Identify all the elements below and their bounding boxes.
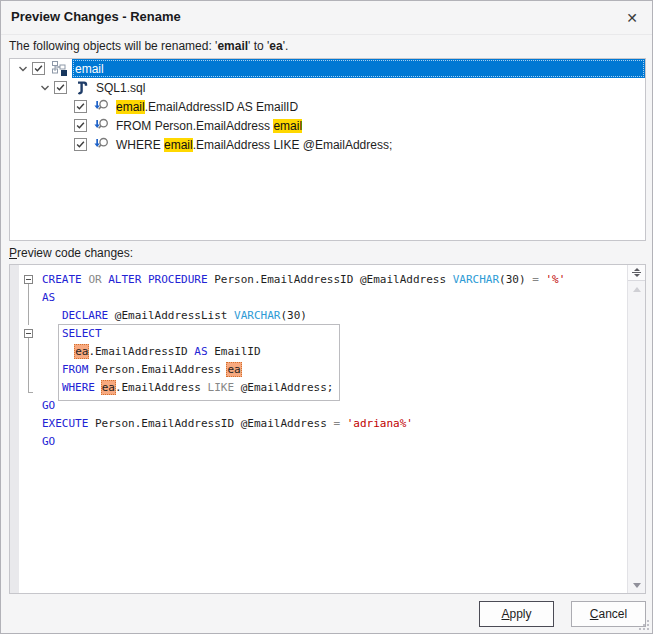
find-reference-icon [93, 136, 110, 153]
chevron-down-icon[interactable] [14, 59, 32, 78]
preview-changes-dialog: Preview Changes - Rename ✕ The following… [0, 0, 653, 634]
vertical-scrollbar[interactable] [627, 265, 645, 593]
sql-script-icon [73, 79, 90, 96]
code-line: GO [10, 433, 627, 451]
checkbox[interactable] [74, 119, 87, 132]
code-editor-lines: CREATE OR ALTER PROCEDURE Person.EmailAd… [10, 271, 627, 451]
tree-item-label: email.EmailAddressID AS EmailID [114, 100, 300, 114]
tree-item-label: email [72, 62, 106, 76]
code-line: SELECT [10, 325, 627, 343]
code-line: GO [10, 397, 627, 415]
scroll-up-icon[interactable] [628, 287, 645, 292]
code-line: WHERE ea.EmailAddress LIKE @EmailAddress… [10, 379, 627, 397]
tree-row[interactable]: WHERE email.EmailAddress LIKE @EmailAddr… [10, 135, 645, 154]
code-line: CREATE OR ALTER PROCEDURE Person.EmailAd… [10, 271, 627, 289]
tree-item-label: FROM Person.EmailAddress email [114, 119, 304, 133]
code-preview-editor[interactable]: CREATE OR ALTER PROCEDURE Person.EmailAd… [9, 264, 646, 594]
tree-row[interactable]: FROM Person.EmailAddress email [10, 116, 645, 135]
tree-item-label: SQL1.sql [94, 81, 147, 95]
rename-summary-text: The following objects will be renamed: '… [9, 39, 288, 53]
tree-row[interactable]: SQL1.sql [10, 78, 645, 97]
find-reference-icon [93, 98, 110, 115]
code-line: EXECUTE Person.EmailAddressID @EmailAddr… [10, 415, 627, 433]
tree-row[interactable]: email.EmailAddressID AS EmailID [10, 97, 645, 116]
checkbox[interactable] [32, 62, 45, 75]
tree-row[interactable]: email [10, 59, 645, 78]
apply-button[interactable]: Apply [479, 601, 554, 627]
chevron-down-icon[interactable] [36, 78, 54, 97]
code-line: AS [10, 289, 627, 307]
checkbox[interactable] [74, 138, 87, 151]
fold-collapse-icon[interactable] [24, 329, 33, 338]
title-bar: Preview Changes - Rename ✕ [1, 1, 652, 35]
checkbox[interactable] [54, 81, 67, 94]
code-line: DECLARE @EmailAddressList VARCHAR(30) [10, 307, 627, 325]
cancel-button[interactable]: Cancel [571, 601, 646, 627]
checkbox[interactable] [74, 100, 87, 113]
scroll-down-icon[interactable] [628, 583, 645, 588]
code-line: FROM Person.EmailAddress ea [10, 361, 627, 379]
splitter-handle-icon[interactable] [628, 265, 645, 281]
preview-code-changes-label: Preview code changes: [9, 246, 133, 260]
selected-row-highlight: email [72, 59, 645, 78]
find-reference-icon [93, 117, 110, 134]
resize-grip[interactable] [639, 620, 650, 631]
tree-item-label: WHERE email.EmailAddress LIKE @EmailAddr… [114, 138, 394, 152]
close-icon[interactable]: ✕ [621, 7, 643, 29]
dialog-title: Preview Changes - Rename [11, 9, 181, 24]
rename-objects-tree[interactable]: emailSQL1.sqlemail.EmailAddressID AS Ema… [9, 58, 646, 241]
code-line: ea.EmailAddressID AS EmailID [10, 343, 627, 361]
fold-collapse-icon[interactable] [24, 275, 33, 284]
schema-objects-icon [51, 60, 68, 77]
